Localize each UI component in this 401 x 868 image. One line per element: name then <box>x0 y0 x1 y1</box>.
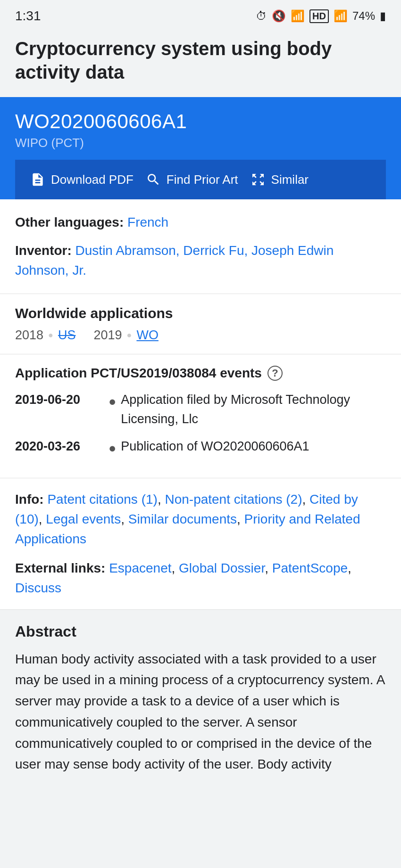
info-links-section: Info: Patent citations (1), Non-patent c… <box>0 478 401 610</box>
alarm-icon: ⏱ <box>256 9 267 23</box>
similar-label: Similar <box>271 172 309 187</box>
app-events-title: Application PCT/US2019/038084 events <box>15 366 262 381</box>
abstract-section: Abstract Human body activity associated … <box>0 610 401 789</box>
patentscope-link[interactable]: PatentScope <box>272 561 348 575</box>
espacenet-link[interactable]: Espacenet <box>109 561 171 575</box>
battery-icon: ▮ <box>380 9 386 23</box>
patent-actions: Download PDF Find Prior Art Similar <box>15 160 386 199</box>
find-prior-art-button[interactable]: Find Prior Art <box>142 168 247 191</box>
similar-icon <box>250 171 267 188</box>
wifi-icon: 📶 <box>291 9 305 23</box>
info-section: Other languages: French Inventor: Dustin… <box>0 199 401 294</box>
global-dossier-link[interactable]: Global Dossier <box>179 561 265 575</box>
sep5: , <box>237 512 244 526</box>
country-wo[interactable]: WO <box>136 328 159 343</box>
hd-icon: HD <box>309 9 329 23</box>
inventor-row: Inventor: Dustin Abramson, Derrick Fu, J… <box>15 241 386 280</box>
download-pdf-icon <box>29 171 46 188</box>
other-languages-row: Other languages: French <box>15 213 386 232</box>
event-row-1: 2019-06-20 ● Application filed by Micros… <box>15 390 386 428</box>
mute-icon: 🔇 <box>272 9 286 23</box>
event-row-2: 2020-03-26 ● Publication of WO2020060606… <box>15 437 386 458</box>
event-bullet-2: ● <box>109 439 116 458</box>
non-patent-citations-link[interactable]: Non-patent citations (2) <box>165 492 302 507</box>
app-title-row: Application PCT/US2019/038084 events ? <box>15 366 386 381</box>
help-icon[interactable]: ? <box>267 366 283 381</box>
country-us[interactable]: US <box>58 328 76 343</box>
battery-label: 74% <box>352 9 375 23</box>
status-bar: 1:31 ⏱ 🔇 📶 HD 📶 74% ▮ <box>0 0 401 28</box>
application-events-section: Application PCT/US2019/038084 events ? 2… <box>0 354 401 478</box>
sep6: , <box>172 561 179 575</box>
sep2: , <box>302 492 309 507</box>
year-2019: 2019 <box>93 328 122 343</box>
find-prior-art-label: Find Prior Art <box>167 172 238 187</box>
other-languages-label: Other languages: <box>15 215 124 229</box>
bullet-1: ● <box>48 330 53 340</box>
status-icons: ⏱ 🔇 📶 HD 📶 74% ▮ <box>256 9 386 23</box>
event-desc-2: Publication of WO2020060606A1 <box>121 437 309 456</box>
info-links-row: Info: Patent citations (1), Non-patent c… <box>15 490 386 549</box>
download-pdf-button[interactable]: Download PDF <box>26 168 142 191</box>
sep3: , <box>39 512 46 526</box>
external-links-row: External links: Espacenet, Global Dossie… <box>15 558 386 598</box>
page-title: Cryptocurrency system using body activit… <box>0 28 401 97</box>
inventor-label: Inventor: <box>15 243 72 258</box>
similar-documents-link[interactable]: Similar documents <box>128 512 237 526</box>
signal-icon: 📶 <box>334 9 348 23</box>
event-content-1: ● Application filed by Microsoft Technol… <box>109 390 386 428</box>
status-time: 1:31 <box>15 8 41 24</box>
sep8: , <box>348 561 351 575</box>
event-date-2: 2020-03-26 <box>15 437 100 458</box>
worldwide-apps-section: Worldwide applications 2018 ● US 2019 ● … <box>0 294 401 354</box>
external-links-label: External links: <box>15 561 109 575</box>
patent-header: WO2020060606A1 WIPO (PCT) Download PDF F… <box>0 97 401 199</box>
patent-org: WIPO (PCT) <box>15 136 386 150</box>
sep1: , <box>158 492 165 507</box>
sep4: , <box>121 512 128 526</box>
event-date-1: 2019-06-20 <box>15 390 100 428</box>
worldwide-apps-row: 2018 ● US 2019 ● WO <box>15 328 386 343</box>
info-label: Info: <box>15 492 47 507</box>
patent-citations-link[interactable]: Patent citations (1) <box>47 492 157 507</box>
worldwide-apps-title: Worldwide applications <box>15 305 386 321</box>
year-2018: 2018 <box>15 328 43 343</box>
other-languages-link[interactable]: French <box>127 215 168 229</box>
event-content-2: ● Publication of WO2020060606A1 <box>109 437 309 458</box>
abstract-text: Human body activity associated with a ta… <box>15 649 386 776</box>
similar-button[interactable]: Similar <box>247 168 317 191</box>
sep7: , <box>265 561 272 575</box>
find-prior-art-icon <box>145 171 162 188</box>
abstract-title: Abstract <box>15 623 386 640</box>
event-bullet-1: ● <box>109 392 116 411</box>
discuss-link[interactable]: Discuss <box>15 581 61 595</box>
bullet-2: ● <box>127 330 132 340</box>
legal-events-link[interactable]: Legal events <box>46 512 121 526</box>
download-pdf-label: Download PDF <box>51 172 134 187</box>
event-desc-1: Application filed by Microsoft Technolog… <box>121 390 386 428</box>
patent-number: WO2020060606A1 <box>15 110 386 133</box>
